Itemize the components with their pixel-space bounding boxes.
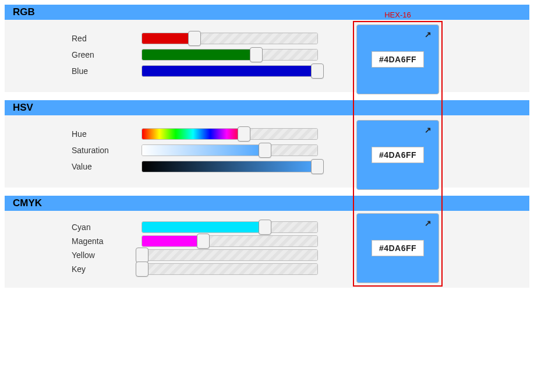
hsv-header: HSV [5, 100, 529, 115]
slider[interactable] [142, 249, 318, 261]
rgb-swatch: ↗ #4DA6FF [356, 24, 439, 94]
cmyk-hex-value: #4DA6FF [372, 240, 424, 256]
slider-row: Yellow [5, 249, 529, 261]
slider[interactable] [142, 144, 318, 156]
slider-row: Red [5, 33, 529, 44]
slider-row: Key [5, 263, 529, 275]
rgb-body: RedGreenBlue ↗ #4DA6FF [5, 20, 529, 92]
expand-icon[interactable]: ↗ [423, 125, 433, 135]
expand-icon[interactable]: ↗ [423, 218, 433, 228]
slider-thumb[interactable] [259, 220, 271, 235]
slider-thumb[interactable] [197, 234, 210, 249]
cmyk-body: CyanMagentaYellowKey ↗ #4DA6FF [5, 211, 529, 288]
slider-label: Yellow [5, 250, 142, 260]
slider-thumb[interactable] [238, 126, 250, 142]
slider-thumb[interactable] [250, 47, 263, 62]
slider-thumb[interactable] [188, 31, 201, 46]
slider-thumb[interactable] [311, 159, 324, 174]
hsv-hex-value: #4DA6FF [372, 147, 424, 163]
slider-thumb[interactable] [136, 248, 148, 263]
slider[interactable] [142, 65, 318, 77]
slider-label: Saturation [5, 146, 142, 155]
rgb-header: RGB [5, 5, 529, 20]
slider[interactable] [142, 161, 318, 172]
slider-row: Hue [5, 128, 529, 140]
slider-label: Red [5, 34, 142, 43]
slider-row: Blue [5, 65, 529, 77]
slider-thumb[interactable] [136, 262, 148, 277]
rgb-hex-value: #4DA6FF [372, 51, 424, 68]
slider-row: Magenta [5, 235, 529, 247]
slider-thumb[interactable] [311, 63, 324, 79]
slider[interactable] [142, 263, 318, 275]
slider-label: Key [5, 264, 142, 274]
sections-wrap: RGB RedGreenBlue ↗ #4DA6FF HSV HueSatura… [5, 5, 529, 288]
slider[interactable] [142, 221, 318, 233]
hsv-body: HueSaturationValue ↗ #4DA6FF [5, 115, 529, 188]
slider-label: Hue [5, 129, 142, 139]
slider[interactable] [142, 33, 318, 44]
slider-thumb[interactable] [259, 143, 271, 158]
slider-label: Value [5, 162, 142, 171]
slider[interactable] [142, 235, 318, 247]
expand-icon[interactable]: ↗ [423, 30, 433, 39]
slider-label: Cyan [5, 223, 142, 232]
cmyk-header: CMYK [5, 196, 529, 211]
slider-row: Green [5, 49, 529, 61]
slider-label: Green [5, 50, 142, 59]
slider[interactable] [142, 128, 318, 140]
slider[interactable] [142, 49, 318, 61]
slider-row: Saturation [5, 144, 529, 156]
cmyk-swatch: ↗ #4DA6FF [356, 213, 439, 283]
slider-row: Value [5, 161, 529, 172]
slider-row: Cyan [5, 221, 529, 233]
slider-label: Magenta [5, 236, 142, 246]
hsv-swatch: ↗ #4DA6FF [356, 120, 439, 190]
slider-label: Blue [5, 66, 142, 76]
